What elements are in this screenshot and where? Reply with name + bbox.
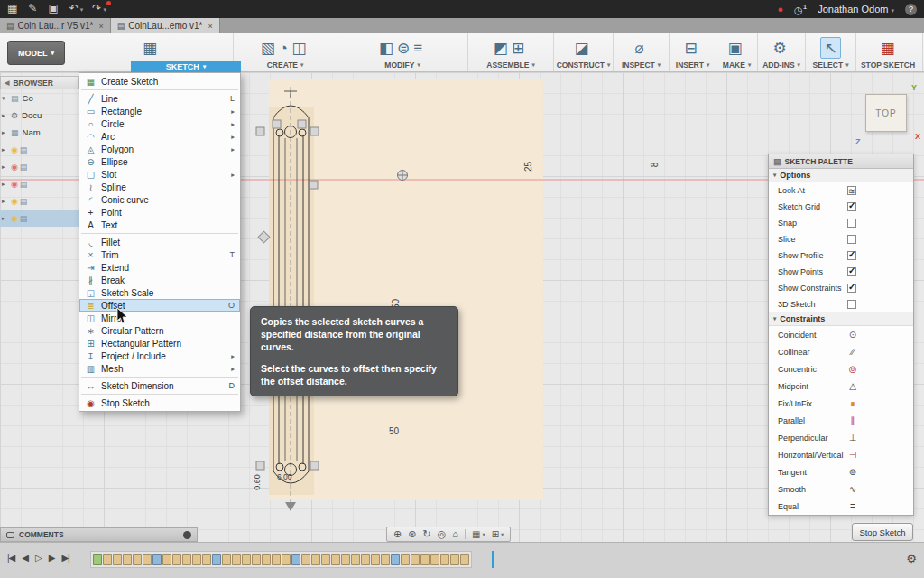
- toolbar-group[interactable]: ◧⊜≡ MODIFY▾: [337, 33, 468, 71]
- visibility-bulb-icon[interactable]: ◉: [11, 214, 18, 223]
- toolbar-group-label[interactable]: ADD-INS▾: [762, 61, 800, 70]
- menu-item[interactable]: ◜ Conic curve: [79, 193, 240, 206]
- constraint-row[interactable]: Equal =: [769, 498, 913, 515]
- constraint-icon[interactable]: ⊣: [846, 450, 859, 460]
- visibility-bulb-icon[interactable]: ▦: [11, 128, 19, 137]
- expand-chevron-icon[interactable]: ▸: [2, 181, 9, 188]
- timeline-operation-icon[interactable]: [351, 554, 360, 565]
- dimension-label[interactable]: 50: [389, 426, 399, 436]
- constraint-icon[interactable]: ⊚: [846, 467, 859, 477]
- toolbar-group[interactable]: ↖ SELECT▾: [806, 33, 856, 71]
- timeline-operation-icon[interactable]: [152, 554, 162, 565]
- timeline-operation-icon[interactable]: [123, 554, 132, 565]
- titlebar-icon[interactable]: ↷▾: [92, 0, 106, 19]
- timeline-operation-icon[interactable]: [93, 554, 102, 565]
- menu-item[interactable]: A Text: [79, 219, 240, 231]
- document-tab[interactable]: ▤ CoinLau...emo v1* ×: [111, 18, 220, 33]
- timeline-operation-icon[interactable]: [361, 554, 370, 565]
- comments-toggle-icon[interactable]: [183, 531, 191, 539]
- timeline-operation-icon[interactable]: [311, 554, 320, 565]
- timeline-playback-control[interactable]: ▶: [49, 553, 55, 563]
- timeline-operation-icon[interactable]: [212, 554, 221, 565]
- toolbar-group-label[interactable]: INSPECT▾: [622, 61, 661, 70]
- option-checkbox[interactable]: ≋: [847, 186, 856, 195]
- navigation-icon[interactable]: ⊛: [408, 528, 416, 540]
- browser-tree-row[interactable]: ▾ ▤ Co: [0, 89, 79, 107]
- menu-item[interactable]: ≣ Offset O: [79, 299, 240, 312]
- timeline-operation-icon[interactable]: [162, 554, 171, 565]
- menu-item[interactable]: ▭ Rectangle ▸: [79, 105, 240, 117]
- toolbar-group-label[interactable]: MODIFY▾: [384, 61, 420, 70]
- timeline-playback-control[interactable]: ▷: [35, 553, 42, 563]
- toolbar-group-label[interactable]: SELECT▾: [813, 61, 849, 70]
- menu-item[interactable]: ◱ Sketch Scale: [79, 286, 240, 299]
- menu-item[interactable]: ▦ Create Sketch: [79, 75, 240, 88]
- navigation-icon[interactable]: ⊕: [393, 528, 402, 540]
- option-checkbox[interactable]: [847, 267, 856, 276]
- stop-sketch-button[interactable]: Stop Sketch: [852, 523, 913, 541]
- constraint-icon[interactable]: ∥: [846, 415, 859, 425]
- viewcube-top-face[interactable]: TOP: [865, 94, 907, 132]
- timeline-operation-icon[interactable]: [252, 554, 261, 565]
- menu-item[interactable]: ◟ Fillet: [79, 236, 240, 248]
- menu-item[interactable]: + Point: [79, 206, 240, 219]
- constraint-row[interactable]: Concentric ◎: [769, 360, 913, 378]
- browser-tree-row[interactable]: ▸ ◉ ▤: [0, 141, 79, 158]
- constraint-row[interactable]: Perpendicular ⊥: [769, 429, 913, 446]
- timeline-operation-icon[interactable]: [381, 554, 390, 565]
- constraints-section-header[interactable]: ▾ Constraints: [769, 312, 913, 326]
- browser-tree-row[interactable]: ▸ ⚙ Docu: [0, 107, 79, 124]
- browser-header[interactable]: ◀ BROWSER: [0, 76, 79, 89]
- constraint-icon[interactable]: ⊙: [846, 330, 859, 340]
- timeline-operation-icon[interactable]: [242, 554, 251, 565]
- timeline-operation-icon[interactable]: [460, 554, 469, 565]
- user-menu[interactable]: Jonathan Odom ▾: [818, 4, 894, 14]
- visibility-bulb-icon[interactable]: ⚙: [11, 111, 18, 120]
- sketch-menu-header[interactable]: SKETCH▾: [131, 61, 241, 72]
- timeline-operation-icon[interactable]: [262, 554, 271, 565]
- toolbar-group-label[interactable]: MAKE▾: [723, 61, 751, 70]
- visibility-bulb-icon[interactable]: ◉: [11, 180, 18, 189]
- toolbar-group-icons[interactable]: ⊟: [684, 37, 700, 59]
- visibility-bulb-icon[interactable]: ◉: [11, 145, 18, 154]
- expand-chevron-icon[interactable]: ▸: [2, 198, 9, 205]
- timeline-operation-icon[interactable]: [272, 554, 281, 565]
- constraint-icon[interactable]: =: [846, 501, 859, 511]
- visibility-bulb-icon[interactable]: ◉: [11, 197, 18, 206]
- viewcube[interactable]: TOP Y X Z: [854, 83, 919, 148]
- toolbar-group-label[interactable]: INSERT▾: [676, 61, 709, 70]
- constraint-row[interactable]: Smooth ∿: [769, 480, 913, 498]
- constraint-icon[interactable]: ∿: [846, 484, 859, 494]
- toolbar-group[interactable]: ▧◔◫ CREATE▾: [234, 33, 337, 71]
- timeline-operation-icon[interactable]: [232, 554, 241, 565]
- toolbar-group-icons[interactable]: ◩⊞: [494, 37, 528, 59]
- timeline-operation-icon[interactable]: [113, 554, 122, 565]
- toolbar-group[interactable]: ◩⊞ ASSEMBLE▾: [468, 33, 554, 71]
- visibility-bulb-icon[interactable]: ◉: [11, 163, 18, 172]
- timeline-operation-icon[interactable]: [391, 554, 400, 565]
- timeline-playback-control[interactable]: ◀: [22, 553, 28, 563]
- option-checkbox[interactable]: [847, 251, 856, 260]
- constraint-icon[interactable]: ∎: [846, 398, 859, 408]
- expand-chevron-icon[interactable]: ▸: [2, 129, 9, 136]
- browser-tree-row[interactable]: ▸ ▦ Nam: [0, 124, 79, 141]
- timeline-operation-icon[interactable]: [371, 554, 380, 565]
- titlebar-icon[interactable]: ✎: [28, 0, 39, 19]
- grid-settings-dropdown[interactable]: ⊞▾: [492, 529, 504, 539]
- option-checkbox[interactable]: [847, 284, 856, 293]
- sketch-palette-header[interactable]: ▤ SKETCH PALETTE: [769, 154, 913, 169]
- option-checkbox[interactable]: [847, 235, 856, 244]
- document-tab[interactable]: ▤ Coin Lau...r V5 v1* ×: [0, 18, 111, 33]
- timeline-operation-icon[interactable]: [430, 554, 439, 565]
- timeline-operation-icon[interactable]: [440, 554, 449, 565]
- option-checkbox[interactable]: [847, 300, 856, 309]
- toolbar-group[interactable]: ⌀ INSPECT▾: [614, 33, 670, 71]
- menu-item[interactable]: ≀ Spline: [79, 181, 240, 193]
- constraint-icon[interactable]: ∕∕: [846, 347, 859, 357]
- menu-item[interactable]: ╱ Line L: [79, 92, 240, 105]
- toolbar-group-icons[interactable]: ⌀: [634, 37, 647, 59]
- record-icon[interactable]: ●: [777, 4, 783, 14]
- display-settings-dropdown[interactable]: ▦▾: [472, 529, 485, 539]
- help-icon[interactable]: ?: [905, 4, 917, 15]
- option-checkbox[interactable]: [847, 219, 856, 228]
